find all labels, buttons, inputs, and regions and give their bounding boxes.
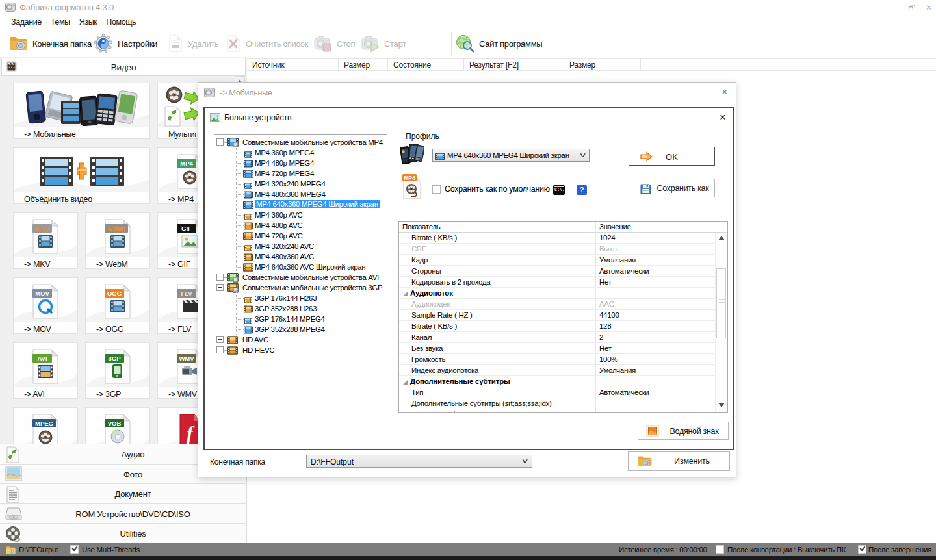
format-card-avi[interactable]: AVI -> AVI: [13, 342, 78, 399]
tree-item[interactable]: HD AVC: [214, 335, 387, 345]
tree-item[interactable]: MP4 360p AVC: [214, 210, 387, 220]
property-value: 1024: [599, 234, 615, 242]
menu-themes[interactable]: Темы: [51, 18, 70, 27]
tree-item[interactable]: MP4 320x240 MPEG4: [214, 179, 387, 189]
properties-scrollbar[interactable]: [715, 233, 727, 412]
property-row[interactable]: Индекс аудиопотокаУмолчания: [399, 365, 727, 376]
tree-item-label: 3GP 352x288 H263: [255, 305, 317, 312]
command-line-icon[interactable]: C:\.: [553, 185, 565, 195]
format-card-webm[interactable]: webm -> WebM: [85, 212, 150, 269]
tree-item[interactable]: MP4 360p MPEG4: [214, 147, 387, 158]
app-logo-icon: [5, 2, 16, 12]
tree-item[interactable]: MP4 720p MPEG4: [214, 168, 387, 179]
property-row[interactable]: Громкость100%: [399, 354, 727, 365]
format-card-vob[interactable]: VOB: [85, 407, 150, 444]
format-card-объединить-видео[interactable]: Объединить видео: [13, 147, 150, 204]
after-done-checkbox[interactable]: [858, 545, 866, 554]
tree-item[interactable]: Совместимые мобильные устройства AVI: [214, 272, 387, 283]
toolbar-button-website-globe[interactable]: Сайт программы: [455, 29, 542, 58]
file-column-header-4[interactable]: Результат [F2]: [464, 59, 564, 70]
property-row[interactable]: Дополнительные субтитры (srt;ass;ssa;idx…: [399, 398, 727, 409]
file-column-header-3[interactable]: Состояние: [388, 59, 464, 70]
change-folder-button[interactable]: Изменить: [628, 451, 730, 471]
watermark-button[interactable]: Водяной знак: [638, 422, 729, 440]
scroll-up-icon[interactable]: [718, 236, 725, 240]
help-icon[interactable]: ?: [577, 185, 587, 195]
property-row[interactable]: СтороныАвтоматически: [399, 266, 727, 277]
multithreads-checkbox[interactable]: [70, 545, 79, 554]
tree-item[interactable]: Совместимые мобильные устройства 3GP: [214, 283, 387, 293]
floppy-save-icon: [640, 183, 651, 194]
tree-item[interactable]: Совместимые мобильные устройства MP4: [214, 137, 387, 147]
dialog-close-icon[interactable]: ✕: [719, 86, 731, 98]
property-row[interactable]: Кодировать в 2 проходаНет: [399, 277, 727, 288]
format-card-ogg[interactable]: OGG -> OGG: [85, 277, 150, 334]
property-row[interactable]: Sample Rate ( HZ )44100: [399, 310, 727, 321]
tree-item[interactable]: MP4 720p AVC: [214, 231, 387, 241]
restore-button[interactable]: 🗗: [906, 3, 918, 13]
format-card-label: Объединить видео: [24, 195, 150, 204]
property-section-row[interactable]: Дополнительные субтитры: [399, 376, 727, 387]
close-button[interactable]: ✕: [923, 3, 935, 13]
property-row[interactable]: Канал2: [399, 332, 727, 343]
sidebar-section-video[interactable]: Видео: [1, 58, 246, 76]
format-card-mov[interactable]: MOV -> MOV: [13, 277, 78, 334]
title-bar: Фабрика форматов 4.3.0 – 🗗 ✕: [0, 0, 936, 14]
output-folder-label: Конечная папка: [210, 457, 265, 466]
property-row[interactable]: АудиокодекAAC: [399, 299, 727, 310]
format-card-label: -> MOV: [24, 325, 77, 334]
ok-button[interactable]: OK: [629, 147, 715, 166]
property-row[interactable]: ТипАвтоматически: [399, 387, 727, 398]
property-label: Без звука: [411, 344, 443, 352]
sidebar-section-document[interactable]: Документ: [0, 483, 247, 503]
tree-item[interactable]: MP4 480p MPEG4: [214, 158, 387, 168]
tree-item[interactable]: MP4 480x360 MPEG4: [214, 189, 387, 199]
tree-item[interactable]: 3GP 176x144 MPEG4: [214, 314, 387, 324]
sidebar-section-utilities[interactable]: Utilities: [0, 523, 247, 543]
devices-dialog-close-icon[interactable]: ✕: [717, 112, 729, 123]
tree-item[interactable]: MP4 640x360 MPEG4 Широкий экран: [214, 199, 387, 210]
file-column-header-6[interactable]: [641, 59, 935, 70]
scroll-down-icon[interactable]: [718, 403, 725, 407]
property-row[interactable]: Размер шрифта ( Базовый размер 4 )Умолча…: [399, 409, 727, 413]
save-as-button[interactable]: Сохранить как: [629, 179, 715, 197]
tree-item[interactable]: MP4 480x360 AVC: [214, 251, 387, 262]
status-output-folder[interactable]: D:\FFOutput: [19, 546, 58, 554]
profile-select[interactable]: MP4 640x360 MPEG4 Широкий экран ∨: [432, 149, 590, 162]
tree-item[interactable]: 3GP 176x144 H263: [214, 293, 387, 303]
tree-item[interactable]: MP4 320x240 AVC: [214, 241, 387, 251]
format-card-mkv[interactable]: MKV -> MKV: [13, 212, 78, 269]
tree-item[interactable]: MP4 640x360 AVC Широкий экран: [214, 262, 387, 272]
property-row[interactable]: CRFВыкл.: [399, 244, 727, 255]
output-folder-select[interactable]: D:\FFOutput ∨: [306, 455, 532, 468]
file-column-header-5[interactable]: Размер: [564, 59, 641, 70]
tree-item[interactable]: HD HEVC: [214, 345, 387, 355]
tree-item[interactable]: 3GP 352x288 MPEG4: [214, 324, 387, 335]
menu-help[interactable]: Помощь: [106, 18, 136, 27]
tree-item[interactable]: 3GP 352x288 H263: [214, 303, 387, 314]
toolbar-button-settings-gear[interactable]: Настройки: [94, 29, 157, 58]
format-card-3gp[interactable]: 3GP-> 3GP: [85, 342, 150, 399]
shutdown-after-checkbox[interactable]: [716, 545, 724, 554]
property-row[interactable]: Bitrate ( KB/s )128: [399, 321, 727, 332]
format-card-mpeg[interactable]: MPEG: [13, 407, 78, 444]
property-row[interactable]: КадрУмолчания: [399, 255, 727, 266]
tree-item-label: Совместимые мобильные устройства AVI: [242, 274, 379, 281]
property-section-row[interactable]: Аудиопоток: [399, 288, 727, 299]
property-row[interactable]: Bitrate ( KB/s )1024: [399, 233, 727, 244]
save-default-checkbox[interactable]: [432, 185, 441, 194]
property-row[interactable]: Без звукаНет: [399, 343, 727, 354]
toolbar-separator: [161, 32, 161, 55]
file-column-header-2[interactable]: Размер: [339, 59, 388, 70]
minimize-button[interactable]: –: [888, 3, 900, 13]
menu-language[interactable]: Язык: [79, 18, 98, 27]
file-column-header-1[interactable]: Источник: [247, 59, 339, 70]
sidebar-section-rom[interactable]: ROM Устройство\DVD\CD\ISO: [0, 503, 247, 524]
scrollbar-thumb[interactable]: [716, 268, 726, 338]
menu-task[interactable]: Задание: [11, 18, 42, 27]
toolbar-button-output-folder[interactable]: Конечная папка: [9, 29, 92, 58]
format-card-мобильные[interactable]: -> Мобильные: [13, 83, 150, 139]
tree-item[interactable]: MP4 480p AVC: [214, 220, 387, 231]
film-gold-icon: [228, 346, 238, 357]
svg-text:MP4: MP4: [180, 160, 193, 167]
